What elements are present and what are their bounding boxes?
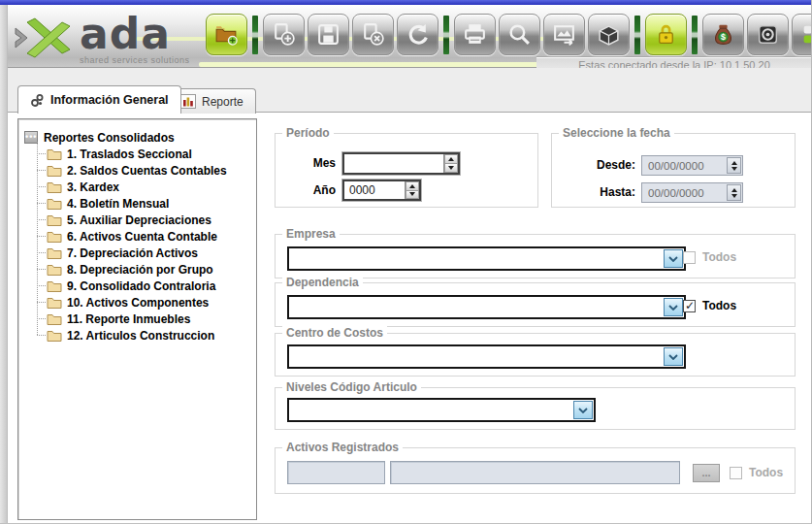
chevron-down-icon: [668, 256, 678, 262]
tree-item-saldos-cuentas[interactable]: 2. Saldos Cuentas Contables: [47, 162, 252, 179]
tree-item-depreciacion-por-grupo[interactable]: 8. Depreciación por Grupo: [47, 261, 252, 278]
export-button[interactable]: [543, 14, 585, 55]
open-folder-icon: [213, 21, 240, 48]
toolbox-icon: [596, 21, 622, 48]
toolbar-separator: [443, 16, 449, 54]
tree-item-consolidado-contraloria[interactable]: 9. Consolidado Contraloria: [47, 278, 252, 294]
tree-item-traslados-seccional[interactable]: 1. Traslados Seccional: [47, 146, 252, 162]
hasta-date-spinner[interactable]: 00/00/0000: [641, 182, 743, 203]
activo-codigo-input[interactable]: [287, 461, 385, 484]
tree-item-label: 3. Kardex: [67, 180, 119, 194]
mes-spin-buttons: [443, 154, 458, 173]
anio-spin-up[interactable]: [406, 181, 419, 191]
toolbar-separator: [252, 16, 258, 54]
niveles-combobox[interactable]: [287, 398, 596, 422]
apps-button[interactable]: [792, 14, 812, 55]
window-left-edge: [0, 5, 8, 524]
hasta-spin-buttons[interactable]: [727, 184, 741, 201]
tab-informacion-general-label: Información General: [50, 93, 169, 107]
dependencia-dropdown-button[interactable]: [664, 298, 683, 316]
desde-label: Desde:: [552, 158, 635, 172]
anio-spinner[interactable]: 0000: [342, 180, 421, 201]
tools-button[interactable]: [588, 14, 630, 55]
search-icon: [506, 21, 533, 48]
tree-item-label: 11. Reporte Inmuebles: [67, 312, 190, 326]
empresa-combobox[interactable]: [287, 246, 686, 271]
tree-item-articulos-construccion[interactable]: 12. Articulos Construccion: [47, 327, 252, 344]
tree-item-label: 8. Depreciación por Grupo: [67, 263, 213, 277]
niveles-dropdown-button[interactable]: [573, 401, 593, 419]
safe-button[interactable]: [747, 14, 789, 55]
empresa-dropdown-button[interactable]: [664, 249, 683, 268]
groupbox-niveles-title: Niveles Código Articulo: [282, 380, 421, 394]
folder-icon: [47, 246, 62, 259]
folder-icon: [47, 164, 62, 177]
centro-costos-combobox[interactable]: [287, 344, 686, 369]
tree-item-label: 7. Depreciación Activos: [67, 246, 198, 260]
centro-costos-dropdown-button[interactable]: [664, 347, 683, 366]
toolbar-buttons: $: [206, 14, 812, 55]
anio-spin-buttons: [405, 181, 419, 199]
search-button[interactable]: [499, 14, 540, 55]
tree-item-depreciacion-activos[interactable]: 7. Depreciación Activos: [47, 245, 252, 261]
tree-root-label: Reportes Consolidados: [44, 131, 175, 145]
undo-icon: [405, 21, 431, 48]
open-button[interactable]: [206, 14, 247, 55]
reports-tree: ••• Reportes Consolidados 1. Traslados S…: [17, 118, 257, 520]
undo-button[interactable]: [397, 14, 438, 55]
mes-spin-up[interactable]: [444, 154, 458, 164]
chevron-down-icon: [578, 408, 588, 413]
tree-item-auxiliar-depreciaciones[interactable]: 5. Auxiliar Depreciaciones: [47, 212, 252, 228]
tree-item-label: 4. Boletín Mensual: [67, 197, 169, 211]
groupbox-periodo: Período Mes Año 0000: [275, 133, 538, 208]
desde-spin-buttons[interactable]: [727, 157, 741, 174]
tree-item-reporte-inmuebles[interactable]: 11. Reporte Inmuebles: [47, 311, 252, 327]
tree-item-activos-cuenta-contable[interactable]: 6. Activos Cuenta Contable: [47, 228, 252, 245]
tree-item-label: 6. Activos Cuenta Contable: [67, 230, 217, 244]
groupbox-fecha-title: Seleccione la fecha: [559, 126, 674, 140]
activos-todos-checkbox[interactable]: [730, 467, 742, 479]
lock-icon: [653, 21, 679, 48]
mes-label: Mes: [276, 156, 336, 170]
tree-item-label: 2. Saldos Cuentas Contables: [67, 164, 227, 178]
anio-spin-down[interactable]: [406, 191, 419, 200]
folder-icon: [47, 296, 62, 309]
lock-button[interactable]: [645, 14, 687, 55]
folder-icon: [47, 263, 62, 276]
empresa-todos-checkbox[interactable]: [683, 251, 696, 264]
tree-item-boletin-mensual[interactable]: 4. Boletín Mensual: [47, 195, 252, 212]
print-button[interactable]: [454, 14, 496, 55]
save-button[interactable]: [308, 14, 349, 55]
desde-value: 00/00/0000: [642, 160, 726, 172]
mes-spinner[interactable]: [342, 152, 460, 175]
desde-date-spinner[interactable]: 00/00/0000: [641, 155, 743, 176]
folder-icon: [47, 197, 62, 210]
dependencia-todos-checkbox[interactable]: [683, 300, 696, 312]
money-button[interactable]: $: [702, 14, 744, 55]
activo-browse-button[interactable]: ...: [693, 464, 720, 482]
anio-label: Año: [276, 183, 336, 197]
svg-text:$: $: [721, 32, 726, 42]
groupbox-niveles: Niveles Código Articulo: [275, 387, 796, 430]
tree-root-reportes-consolidados[interactable]: ••• Reportes Consolidados: [24, 129, 252, 146]
groupbox-centro-costos: Centro de Costos: [275, 333, 796, 377]
lime-accent-line-bottom: [199, 62, 543, 67]
tree-item-label: 5. Auxiliar Depreciaciones: [67, 213, 211, 227]
tree-item-activos-componentes[interactable]: 10. Activos Componentes: [47, 294, 252, 311]
folder-icon: [47, 147, 62, 160]
new-button[interactable]: [263, 14, 305, 55]
apps-grid-icon: [799, 21, 812, 48]
tree-item-kardex[interactable]: 3. Kardex: [47, 179, 252, 195]
activo-nombre-input[interactable]: [390, 461, 680, 484]
tab-informacion-general[interactable]: Información General: [17, 85, 181, 114]
activos-todos-label: Todos: [749, 466, 783, 479]
tab-reporte[interactable]: Reporte: [168, 88, 256, 114]
ada-logo: ada shared services solutions: [14, 15, 190, 65]
brand-tagline: shared services solutions: [80, 55, 190, 65]
cancel-button[interactable]: [352, 14, 394, 55]
groupbox-empresa: Empresa Todos: [275, 234, 796, 278]
groupbox-empresa-title: Empresa: [282, 227, 340, 241]
mes-spin-down[interactable]: [444, 164, 458, 173]
tree-item-label: 12. Articulos Construccion: [67, 329, 214, 343]
dependencia-combobox[interactable]: [287, 295, 686, 319]
